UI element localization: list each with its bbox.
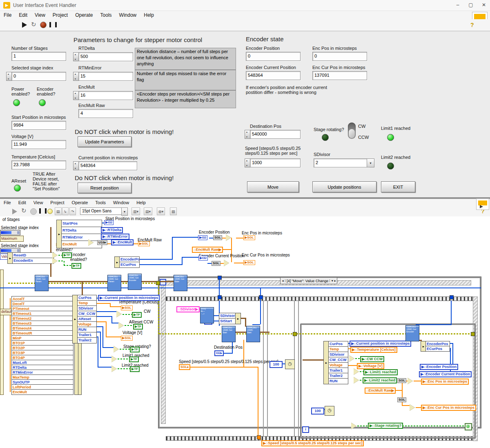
step-into-icon[interactable]: ↳ <box>62 207 69 215</box>
wire-o <box>231 238 232 262</box>
const-100: 100 <box>270 361 283 368</box>
run-continuously-icon[interactable]: ↻ <box>31 21 36 28</box>
align-objects-icon[interactable]: ▥▾ <box>131 207 140 215</box>
tunnel-o <box>257 435 261 439</box>
menu-edit[interactable]: Edit <box>15 12 31 18</box>
sequence-top-border <box>166 296 478 301</box>
cluster-encoderpos-row-ecurpos: ECurPos <box>119 262 140 268</box>
font-dropdown-arrow-icon[interactable] <box>121 207 128 216</box>
areset-label: AReset <box>11 178 26 183</box>
current-position-stepper[interactable] <box>73 161 79 170</box>
step-over-icon[interactable]: ↷ <box>69 207 76 215</box>
exit-button[interactable]: EXIT <box>381 181 415 192</box>
tunnel-b <box>450 295 454 299</box>
loop-iteration-terminal: i <box>302 426 309 433</box>
menu-view[interactable]: View <box>31 12 49 18</box>
local-variable-rtminerror: ▶⌂RTMinError <box>101 234 129 240</box>
pause-icon[interactable] <box>39 208 47 214</box>
number-of-stages-field[interactable]: 1 <box>11 52 66 61</box>
encmult-field[interactable]: 16 <box>78 91 133 100</box>
menu-project[interactable]: Project <box>49 12 71 18</box>
rtdelta-field[interactable]: 500 <box>78 52 133 61</box>
diagram-label-enc-cur-pos-in-microsteps: Enc Cur Pos in microsteps <box>242 253 290 258</box>
menu-tools[interactable]: Tools <box>97 12 116 18</box>
rtminerror-stepper[interactable] <box>73 72 79 81</box>
run-icon[interactable] <box>22 22 27 28</box>
close-button[interactable] <box>477 0 490 10</box>
title-bar[interactable]: ▶ User Interface Event Handler <box>0 0 490 11</box>
event-case-selector[interactable]: [4] "Move": Value Change <box>280 277 337 284</box>
reorder-icon[interactable]: ▧ <box>170 207 177 215</box>
menu-window[interactable]: Window <box>109 200 133 205</box>
run-icon[interactable] <box>12 209 17 214</box>
highlight-execution-icon[interactable] <box>47 209 53 214</box>
update-parameters-button[interactable]: Update Parameters <box>78 136 131 147</box>
wire-g <box>58 255 62 256</box>
run-continuously-icon[interactable]: ↻ <box>21 207 27 214</box>
slider-control-terminal <box>0 230 20 235</box>
cluster-bracket <box>0 270 4 395</box>
menu-edit[interactable]: Edit <box>15 200 30 205</box>
wire-br <box>50 227 51 277</box>
context-help-icon[interactable]: ? <box>470 22 474 28</box>
labview-app-icon: ▶ <box>3 2 10 9</box>
destination-pos-stepper[interactable] <box>245 130 250 139</box>
terminal-tf: ▶TF <box>132 312 142 318</box>
wire-b <box>100 332 101 357</box>
div-node <box>224 260 229 266</box>
menu-window[interactable]: Window <box>116 12 140 18</box>
menu-tools[interactable]: Tools <box>91 200 109 205</box>
move-button[interactable]: Move <box>247 181 299 192</box>
abort-icon[interactable] <box>40 22 47 28</box>
current-position-field[interactable]: 548364 <box>78 161 137 170</box>
terminal-tf: ▶TF <box>130 347 140 352</box>
temperature-field[interactable]: 23.7988 <box>11 160 66 169</box>
terminal-sgl: ▶SGL <box>138 241 150 246</box>
diagram-label-selected-stage-index: Selected stage index <box>1 243 39 248</box>
distribute-objects-icon[interactable]: ▤▾ <box>144 207 152 215</box>
font-selector[interactable]: 15pt Open Sans <box>80 207 125 215</box>
minimize-button[interactable] <box>451 0 464 10</box>
rtminerror-field[interactable]: 15 <box>78 72 133 81</box>
pause-icon[interactable] <box>49 22 57 27</box>
event-prev-arrow-icon[interactable] <box>281 279 285 282</box>
rtdelta-stepper[interactable] <box>73 52 79 61</box>
encmult-stepper[interactable] <box>73 91 79 100</box>
menu-help[interactable]: Help <box>133 200 149 205</box>
diagram-label-cw: CW <box>144 309 151 314</box>
menu-help[interactable]: Help <box>140 12 158 18</box>
retain-wire-values-icon[interactable]: ▤ <box>55 207 62 215</box>
maximize-button[interactable] <box>464 0 477 10</box>
menu-operate[interactable]: Operate <box>71 12 96 18</box>
start-position-field[interactable]: 9984 <box>11 121 66 130</box>
resize-objects-icon[interactable]: ◍▾ <box>157 207 165 215</box>
menu-file[interactable]: File <box>0 200 15 205</box>
temperature-label: Temperature [Celcius] <box>11 154 55 159</box>
labview-logo-icon <box>476 198 489 210</box>
terminal-sgl: SGL <box>212 261 220 266</box>
speed-stepper[interactable] <box>245 158 250 167</box>
wire-b <box>98 367 111 368</box>
compare-node <box>116 311 122 317</box>
abort-icon[interactable] <box>30 208 37 215</box>
menu-view[interactable]: View <box>30 200 47 205</box>
sdivisor-combo-arrow-icon[interactable] <box>367 158 374 167</box>
wire-g <box>122 314 132 315</box>
menu-project[interactable]: Project <box>47 200 68 205</box>
reset-position-button[interactable]: Reset position <box>78 183 131 193</box>
menu-file[interactable]: File <box>0 12 15 18</box>
subvi-usmcdll-usmc-get-state: USMCDLL USMC Get State <box>174 275 187 291</box>
update-positions-button[interactable]: Update positions <box>312 181 376 192</box>
selected-stage-index-stepper[interactable] <box>6 72 12 81</box>
sdivisor-combo[interactable]: 2 <box>314 158 369 167</box>
tunnel-b <box>218 276 222 280</box>
terminal-sgl: ▶SGL <box>243 260 255 265</box>
compare-node <box>354 377 359 383</box>
menu-operate[interactable]: Operate <box>68 200 92 205</box>
speed-field[interactable]: 1000 <box>250 158 301 167</box>
destination-pos-field[interactable]: 540000 <box>250 130 301 139</box>
cw-ccw-switch[interactable] <box>348 123 356 139</box>
voltage-field[interactable]: 11.949 <box>11 140 66 149</box>
selected-stage-index-field[interactable]: 0 <box>11 72 66 81</box>
event-next-arrow-icon[interactable] <box>330 279 337 282</box>
